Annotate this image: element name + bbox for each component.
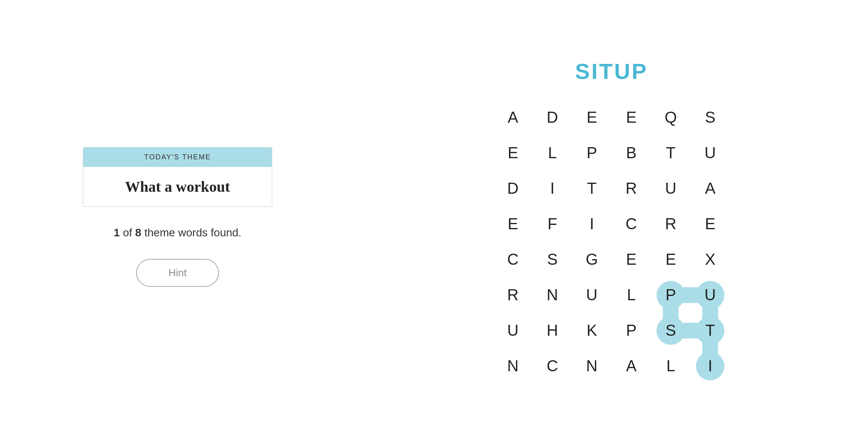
progress-text: 1 of 8 theme words found. <box>114 226 241 239</box>
grid-cell[interactable]: U <box>572 277 612 313</box>
grid-cell[interactable]: R <box>651 206 690 242</box>
grid-cell[interactable]: S <box>533 242 572 277</box>
left-panel: TODAY'S THEME What a workout 1 of 8 them… <box>0 0 355 434</box>
grid-cell[interactable]: T <box>572 171 612 206</box>
puzzle-title: SITUP <box>575 58 648 84</box>
grid-cell[interactable]: A <box>690 171 730 206</box>
right-panel: SITUP ADEEQSELPBTUDITRUAEFICRECSGEEXRNUL… <box>355 0 868 434</box>
grid-cell[interactable]: N <box>493 348 533 384</box>
theme-title: What a workout <box>83 167 272 206</box>
grid-cell[interactable]: T <box>651 135 690 171</box>
grid-cell[interactable]: S <box>651 313 690 348</box>
total-count: 8 <box>135 226 142 239</box>
grid-cell[interactable]: N <box>572 348 612 384</box>
grid-cell[interactable]: U <box>651 171 690 206</box>
grid-cell[interactable]: X <box>690 242 730 277</box>
grid-cell[interactable]: P <box>651 277 690 313</box>
grid-cell[interactable]: I <box>690 348 730 384</box>
theme-header: TODAY'S THEME <box>83 148 272 167</box>
grid-cell[interactable]: I <box>533 171 572 206</box>
grid-cell[interactable]: R <box>612 171 651 206</box>
grid-cell[interactable]: D <box>533 100 572 135</box>
progress-of: of <box>123 226 135 239</box>
grid-cell[interactable]: P <box>572 135 612 171</box>
progress-label: theme words found. <box>144 226 241 239</box>
grid-cell[interactable]: E <box>493 135 533 171</box>
grid-cell[interactable]: S <box>690 100 730 135</box>
grid-cell[interactable]: U <box>690 135 730 171</box>
grid-cell[interactable]: I <box>572 206 612 242</box>
grid-cell[interactable]: C <box>493 242 533 277</box>
grid-cell[interactable]: E <box>493 206 533 242</box>
grid-cell[interactable]: F <box>533 206 572 242</box>
grid-cell[interactable]: U <box>690 277 730 313</box>
grid-cell[interactable]: K <box>572 313 612 348</box>
grid-cell[interactable]: T <box>690 313 730 348</box>
theme-box: TODAY'S THEME What a workout <box>83 147 272 207</box>
grid-cell[interactable]: A <box>493 100 533 135</box>
grid-cell[interactable]: E <box>690 206 730 242</box>
grid-cell[interactable]: C <box>533 348 572 384</box>
grid-cell[interactable]: P <box>612 313 651 348</box>
grid-cell[interactable]: D <box>493 171 533 206</box>
grid-cell[interactable]: N <box>533 277 572 313</box>
grid-cell[interactable]: E <box>612 100 651 135</box>
grid-cell[interactable]: E <box>651 242 690 277</box>
grid-cell[interactable]: G <box>572 242 612 277</box>
grid-cell[interactable]: L <box>651 348 690 384</box>
grid-cell[interactable]: R <box>493 277 533 313</box>
grid-cell[interactable]: C <box>612 206 651 242</box>
grid-cell[interactable]: U <box>493 313 533 348</box>
hint-button[interactable]: Hint <box>136 259 219 287</box>
letter-grid: ADEEQSELPBTUDITRUAEFICRECSGEEXRNULPUUHKP… <box>493 100 730 384</box>
grid-cell[interactable]: A <box>612 348 651 384</box>
grid-cell[interactable]: H <box>533 313 572 348</box>
grid-cell[interactable]: L <box>612 277 651 313</box>
grid-cell[interactable]: E <box>612 242 651 277</box>
found-count: 1 <box>114 226 120 239</box>
grid-cell[interactable]: L <box>533 135 572 171</box>
grid-cell[interactable]: B <box>612 135 651 171</box>
grid-cell[interactable]: Q <box>651 100 690 135</box>
grid-cell[interactable]: E <box>572 100 612 135</box>
